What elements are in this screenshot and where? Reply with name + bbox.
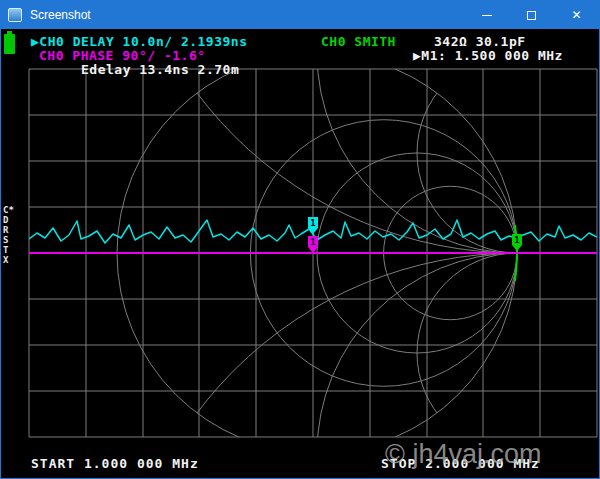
cal-status-letter: S (3, 235, 14, 245)
readout-ch0-smith-value: 342Ω 30.1pF (434, 35, 526, 49)
smith-chart-plot: 1 1 1 (1, 29, 599, 478)
cal-status-letter: C* (3, 205, 14, 215)
window-title: Screenshot (30, 8, 464, 22)
cal-status-letter: D (3, 215, 14, 225)
readout-ch0-delay: ▶CH0 DELAY 10.0n/ 2.1939ns (31, 35, 248, 49)
minimize-button[interactable] (464, 1, 509, 29)
maximize-icon (527, 11, 536, 20)
sweep-start-label: START 1.000 000 MHz (31, 457, 199, 471)
readout-marker-m1: ▶M1: 1.500 000 MHz (413, 49, 563, 63)
readout-edelay: Edelay 13.4ns 2.70m (81, 63, 239, 77)
cal-status-column: C* D R S T X (3, 205, 14, 265)
battery-icon (4, 34, 15, 54)
close-button[interactable]: ✕ (554, 1, 599, 29)
vna-screen: 1 1 1 ▶CH0 DELAY 10.0n/ 2.1939ns CH0 SMI… (1, 29, 599, 478)
close-icon: ✕ (571, 9, 581, 21)
app-icon[interactable] (8, 8, 22, 22)
window-controls: ✕ (464, 1, 599, 29)
marker-1-phase-flag: 1 (308, 236, 318, 253)
svg-text:1: 1 (310, 218, 315, 228)
marker-1-smith-flag: 1 (512, 234, 522, 251)
cal-status-letter: X (3, 255, 14, 265)
svg-text:1: 1 (514, 235, 519, 245)
readout-ch0-phase: CH0 PHASE 90°/ -1.6° (39, 49, 206, 63)
markers: 1 1 1 (308, 217, 522, 253)
screenshot-window: Screenshot ✕ (0, 0, 600, 479)
readout-ch0-smith-label: CH0 SMITH (321, 35, 396, 49)
cal-status-letter: R (3, 225, 14, 235)
marker-1-delay-flag: 1 (308, 217, 318, 234)
minimize-icon (482, 15, 492, 16)
sweep-stop-label: STOP 2.000 000 MHz (381, 457, 540, 471)
maximize-button[interactable] (509, 1, 554, 29)
window-titlebar[interactable]: Screenshot ✕ (1, 1, 599, 29)
svg-text:1: 1 (310, 237, 315, 247)
cal-status-letter: T (3, 245, 14, 255)
